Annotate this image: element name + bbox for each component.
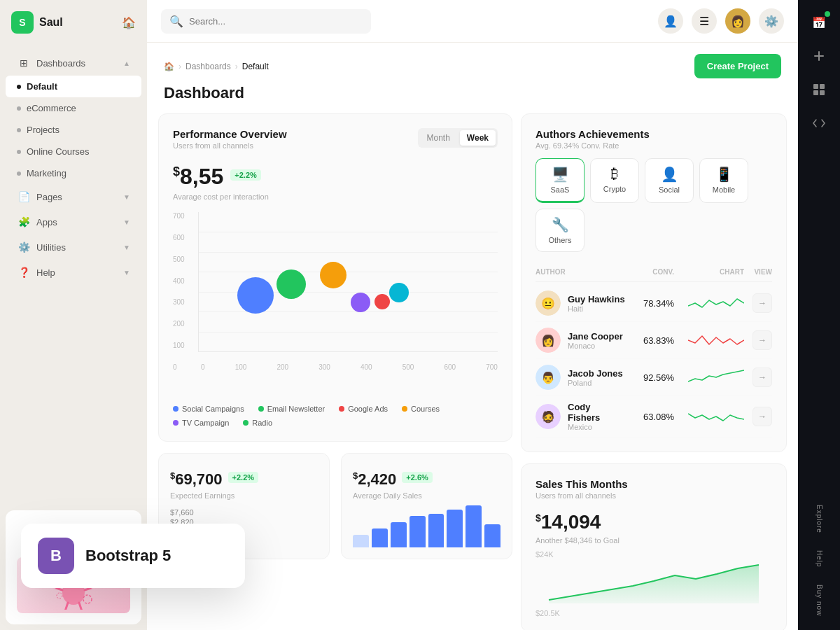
chevron-icon: ▼ xyxy=(123,193,130,201)
tab-others[interactable]: 🔧 Others xyxy=(536,209,584,252)
avatar: 😐 xyxy=(536,290,561,316)
sidebar-item-label: Apps xyxy=(36,217,57,227)
explore-label[interactable]: Explore xyxy=(813,499,826,539)
saas-icon: 🖥️ xyxy=(552,166,569,183)
legend-courses: Courses xyxy=(402,405,440,413)
avatar[interactable]: 👩 xyxy=(725,8,750,34)
sidebar-item-label: Help xyxy=(36,267,55,278)
breadcrumb-home[interactable]: 🏠 xyxy=(164,62,174,71)
sidebar-item-pages[interactable]: 📄 Pages ▼ xyxy=(6,184,141,209)
avatar: 🧔 xyxy=(536,404,561,429)
performance-subtitle: Users from all channels xyxy=(173,141,287,150)
apps-icon: 🧩 xyxy=(17,215,31,229)
tab-saas[interactable]: 🖥️ SaaS xyxy=(536,158,584,203)
metric-value: $8,55 xyxy=(173,164,223,190)
sidebar-item-ecommerce[interactable]: eCommerce xyxy=(6,97,141,119)
daily-sales-chart xyxy=(353,505,500,547)
tab-mobile[interactable]: 📱 Mobile xyxy=(699,158,748,203)
sidebar-item-label: Online Courses xyxy=(27,146,90,157)
breadcrumb-dashboards[interactable]: Dashboards xyxy=(186,62,231,71)
tab-crypto[interactable]: ₿ Crypto xyxy=(590,158,639,203)
svg-point-9 xyxy=(83,595,92,603)
code-icon[interactable] xyxy=(805,109,833,137)
legend-social: Social Campaigns xyxy=(173,405,244,413)
month-tab[interactable]: Month xyxy=(420,130,457,146)
bubble-radio xyxy=(374,294,390,309)
sidebar-header: S Saul 🏠 xyxy=(0,0,147,45)
chevron-icon: ▼ xyxy=(123,244,130,251)
sales-card: Sales This Months Users from all channel… xyxy=(521,463,787,630)
nav-dot xyxy=(17,106,21,111)
sidebar-item-utilities[interactable]: ⚙️ Utilities ▼ xyxy=(6,234,141,260)
chevron-icon: ▼ xyxy=(123,218,130,226)
daily-sales-label: Average Daily Sales xyxy=(353,491,500,500)
bubble-courses xyxy=(320,262,346,288)
settings-icon[interactable]: ⚙️ xyxy=(759,8,784,34)
svg-rect-16 xyxy=(820,90,825,95)
bootstrap-title: Bootstrap 5 xyxy=(85,547,171,565)
legend-google: Google Ads xyxy=(339,405,388,413)
daily-sales-value: $2,420 xyxy=(353,470,396,489)
view-arrow-button[interactable]: → xyxy=(752,368,772,387)
svg-line-6 xyxy=(79,603,82,610)
table-row: 👨 Jacob Jones Poland 92.56% xyxy=(536,359,772,396)
user-icon[interactable]: 👤 xyxy=(658,8,683,34)
legend-tv: TV Campaign xyxy=(173,419,229,427)
help-label[interactable]: Help xyxy=(813,545,826,573)
sidebar-item-default[interactable]: Default xyxy=(6,76,141,97)
sidebar-item-dashboards[interactable]: ⊞ Dashboards ▲ xyxy=(6,50,141,76)
app-logo: S xyxy=(11,11,34,34)
view-arrow-button[interactable]: → xyxy=(752,330,772,350)
create-project-button[interactable]: Create Project xyxy=(694,54,781,78)
sidebar-item-online-courses[interactable]: Online Courses xyxy=(6,141,141,162)
topbar: 🔍 👤 ☰ 👩 ⚙️ xyxy=(147,0,798,43)
calendar-icon[interactable]: 📅 xyxy=(805,8,833,36)
authors-tabs: 🖥️ SaaS ₿ Crypto 👤 Social xyxy=(536,158,772,252)
view-arrow-button[interactable]: → xyxy=(752,293,772,313)
add-icon[interactable] xyxy=(805,42,833,70)
right-panel: 📅 Explore Help Buy now xyxy=(798,0,840,630)
grid-icon[interactable] xyxy=(805,76,833,104)
back-icon[interactable]: 🏠 xyxy=(122,16,136,29)
svg-rect-14 xyxy=(820,84,825,89)
legend-radio: Radio xyxy=(243,419,272,427)
authors-card-header: Authors Achievements Avg. 69.34% Conv. R… xyxy=(536,128,772,150)
crypto-icon: ₿ xyxy=(611,166,618,182)
performance-title: Performance Overview xyxy=(173,128,287,140)
time-tab-toggle: Month Week xyxy=(418,128,498,148)
sales-value: $14,094 xyxy=(536,511,601,533)
sidebar-item-label: Default xyxy=(27,81,57,92)
others-icon: 🔧 xyxy=(552,216,569,233)
nav-dot xyxy=(17,150,21,154)
search-box[interactable]: 🔍 xyxy=(161,9,371,34)
topbar-actions: 👤 ☰ 👩 ⚙️ xyxy=(658,8,784,34)
view-arrow-button[interactable]: → xyxy=(752,407,772,426)
avatar: 👨 xyxy=(536,365,561,390)
earnings-value: $69,700 xyxy=(170,470,223,489)
sidebar-item-marketing[interactable]: Marketing xyxy=(6,162,141,184)
search-input[interactable] xyxy=(189,16,363,27)
bubble-tv xyxy=(389,283,409,302)
buy-now-label[interactable]: Buy now xyxy=(813,579,826,622)
notification-dot xyxy=(825,11,830,17)
nav-dot xyxy=(17,172,21,176)
daily-sales-card: $2,420 +2.6% Average Daily Sales xyxy=(341,453,512,559)
performance-card-header: Performance Overview Users from all chan… xyxy=(173,128,498,150)
mini-chart xyxy=(674,295,744,312)
metric-badge: +2.2% xyxy=(230,169,261,181)
bootstrap-logo: B xyxy=(38,538,74,574)
sidebar-item-help[interactable]: ❓ Help ▼ xyxy=(6,260,141,285)
earnings-label: Expected Earnings xyxy=(170,491,318,500)
tab-social[interactable]: 👤 Social xyxy=(645,158,694,203)
breadcrumb-row: 🏠 › Dashboards › Default Create Project xyxy=(147,43,798,84)
week-tab[interactable]: Week xyxy=(460,130,496,146)
sidebar-nav: ⊞ Dashboards ▲ Default eCommerce Project… xyxy=(0,45,147,505)
bubble-chart xyxy=(198,212,498,352)
svg-rect-12 xyxy=(814,55,824,57)
page-title: Dashboard xyxy=(147,84,798,113)
sidebar-item-projects[interactable]: Projects xyxy=(6,119,141,141)
menu-icon[interactable]: ☰ xyxy=(692,8,717,34)
help-icon: ❓ xyxy=(17,265,31,279)
sidebar-item-apps[interactable]: 🧩 Apps ▼ xyxy=(6,209,141,234)
sidebar-item-label: eCommerce xyxy=(27,103,76,113)
